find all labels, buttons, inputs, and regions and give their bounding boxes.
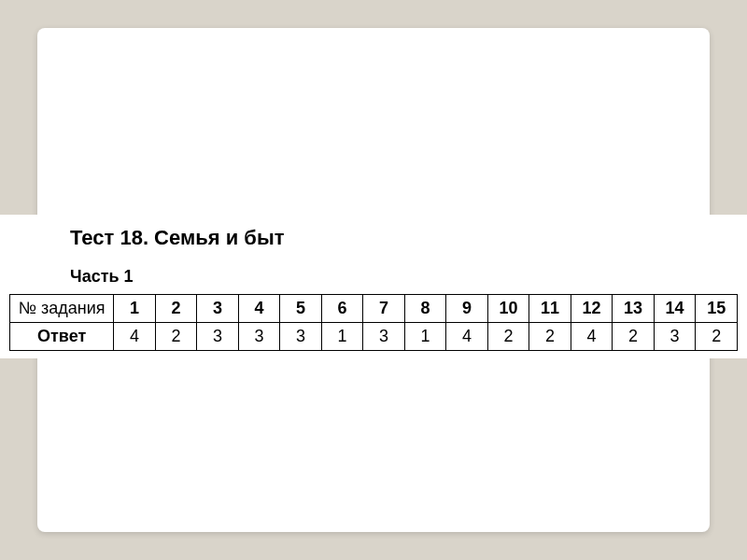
task-number-cell: 4 [238, 295, 280, 323]
row-label-task-number: № задания [10, 295, 114, 323]
table-row: № задания 1 2 3 4 5 6 7 8 9 10 11 12 13 … [10, 295, 738, 323]
task-number-cell: 15 [696, 295, 738, 323]
answer-cell: 2 [155, 323, 197, 351]
task-number-cell: 1 [114, 295, 156, 323]
task-number-cell: 10 [487, 295, 529, 323]
task-number-cell: 14 [654, 295, 696, 323]
task-number-cell: 9 [446, 295, 488, 323]
task-number-cell: 11 [529, 295, 571, 323]
answer-cell: 2 [487, 323, 529, 351]
answer-cell: 2 [696, 323, 738, 351]
answer-cell: 3 [197, 323, 239, 351]
answer-cell: 1 [321, 323, 363, 351]
task-number-cell: 3 [197, 295, 239, 323]
answer-cell: 1 [404, 323, 446, 351]
row-label-answer: Ответ [10, 323, 114, 351]
answer-table: № задания 1 2 3 4 5 6 7 8 9 10 11 12 13 … [9, 294, 738, 351]
answer-cell: 2 [529, 323, 571, 351]
task-number-cell: 7 [363, 295, 405, 323]
test-title: Тест 18. Семья и быт [70, 226, 747, 250]
table-row: Ответ 4 2 3 3 3 1 3 1 4 2 2 4 2 3 2 [10, 323, 738, 351]
task-number-cell: 8 [404, 295, 446, 323]
slide-frame: Тест 18. Семья и быт Часть 1 № задания 1… [37, 28, 710, 532]
answer-cell: 3 [363, 323, 405, 351]
answer-cell: 3 [654, 323, 696, 351]
answer-cell: 3 [238, 323, 280, 351]
task-number-cell: 13 [613, 295, 655, 323]
answer-cell: 2 [613, 323, 655, 351]
answer-cell: 4 [114, 323, 156, 351]
task-number-cell: 5 [280, 295, 322, 323]
answer-cell: 4 [446, 323, 488, 351]
task-number-cell: 12 [571, 295, 613, 323]
answer-cell: 3 [280, 323, 322, 351]
part-subtitle: Часть 1 [70, 267, 747, 287]
answer-cell: 4 [571, 323, 613, 351]
content-strip: Тест 18. Семья и быт Часть 1 № задания 1… [0, 215, 747, 358]
task-number-cell: 6 [321, 295, 363, 323]
task-number-cell: 2 [155, 295, 197, 323]
